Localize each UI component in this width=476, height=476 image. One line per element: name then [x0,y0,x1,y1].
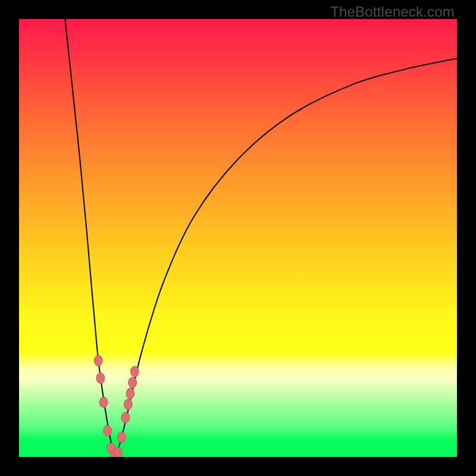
data-marker [96,373,105,384]
data-marker [126,388,134,399]
data-marker [129,377,137,388]
data-marker [104,425,112,436]
chart-frame: TheBottleneck.com [0,0,476,476]
curve-right-branch [114,58,457,457]
data-marker [124,399,132,410]
data-marker [99,397,108,408]
watermark-text: TheBottleneck.com [330,4,455,20]
curve-left-branch [65,19,114,457]
data-marker [117,432,126,443]
plot-area [19,19,457,457]
data-marker [121,412,130,423]
data-marker [114,447,122,457]
marker-group [94,355,139,457]
data-marker [94,355,102,366]
data-marker [130,366,139,377]
plot-svg [19,19,457,457]
